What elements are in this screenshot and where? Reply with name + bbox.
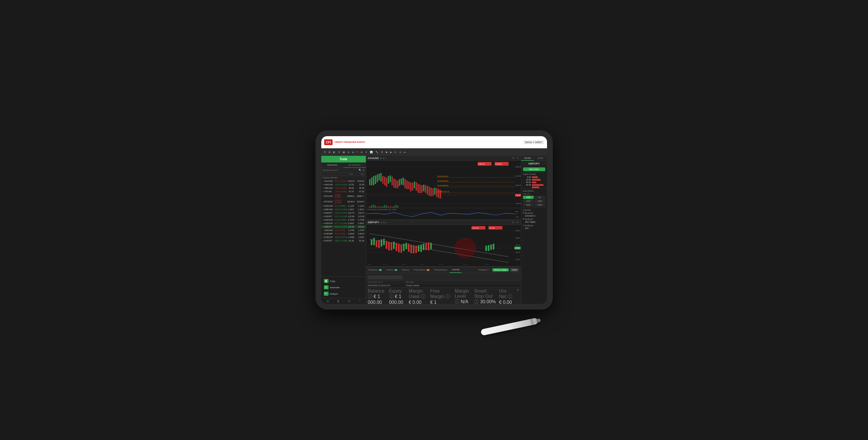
journal-row: 31/01/2022 12:53:19.379 cTrader started — [366, 284, 521, 287]
interval-m15-2[interactable]: m15 — [523, 203, 534, 206]
market-item-eurgbp[interactable]: EURGBP -0.5 (-0.01%) 0.8315 0.8315 — [321, 232, 366, 236]
market-item-eurchf[interactable]: EURCHF +20.1 (+0.27%) 1.0406 1.0407 — [321, 236, 366, 239]
chart-bottom-close-icon[interactable]: ✕ — [516, 221, 519, 224]
orders-badge: 1 — [395, 269, 397, 271]
all-symbols-button[interactable]: All Symbols — [344, 163, 366, 168]
market-item-audusd[interactable]: AUDUSD +5.0 (+0.04%) 0.7049 0.7049 — [321, 218, 366, 222]
market-item-gbpjpy[interactable]: GBPJPY +50.4 (+0.33%) 154.82 154.82 — [321, 225, 366, 229]
symbol-search-input[interactable] — [323, 169, 358, 171]
market-ask-gbpusd: 1.3417 — [354, 208, 364, 210]
market-change-usdcad: -9.0 (-0.07%) — [334, 229, 348, 231]
toolbar-icon-8[interactable]: ⊕ — [360, 150, 364, 154]
svg-rect-132 — [485, 246, 487, 251]
market-bid-xtiusd: 87.47 — [349, 191, 354, 193]
settings-icon-footer[interactable]: ⚙ — [517, 289, 519, 304]
toolbar-icon-4[interactable]: ▦ — [342, 150, 346, 154]
interval-m20[interactable]: m20 — [534, 200, 545, 203]
toolbar-icon-6[interactable]: ◈ — [351, 150, 355, 154]
automate-label: Automate — [330, 286, 340, 289]
interval-m30-2[interactable]: m30 — [534, 203, 545, 206]
svg-rect-119 — [400, 244, 402, 253]
chart-top-controls: ⊡ ✕ — [512, 157, 519, 160]
tab-detail[interactable]: Detail — [534, 156, 547, 161]
toolbar-icon-5[interactable]: ⊗ — [347, 150, 350, 154]
sidebar-settings-icon[interactable]: ⚙ — [348, 300, 350, 303]
panel-search-input[interactable] — [368, 275, 403, 279]
svg-rect-113 — [385, 241, 387, 249]
market-item-eurusd[interactable]: EURUSD -0.7 (+0.89%) 1.1157 1.1157 — [321, 204, 366, 208]
chart-bottom-symbol: GBP/JPY — [368, 221, 379, 224]
market-item-usdjpy[interactable]: USDJPY +15.7 (+0.14%) 115.38 115.39 — [321, 215, 366, 218]
depth-buy-row-2 — [522, 186, 546, 189]
toolbar-icon-more[interactable]: ••• — [403, 150, 407, 154]
sidebar-trash-icon[interactable]: 🗑 — [337, 300, 340, 303]
tab-transactions[interactable]: Transactions — [432, 267, 450, 273]
tab-symbol[interactable]: Symbol — [521, 156, 534, 161]
toolbar-icon-3[interactable]: ⊡ — [337, 150, 341, 154]
automate-action[interactable]: ⚡ Automate — [322, 284, 365, 291]
market-symbol-audusd: AUDUSD — [324, 219, 335, 221]
market-item-xauusd[interactable]: XAUUSD -20.0 (-0.01%) 1790.87 1790.90 — [321, 179, 366, 183]
chart-bottom-maximize-icon[interactable]: ⊡ — [512, 221, 515, 224]
toolbar-icon-1[interactable]: ⊞ — [328, 150, 332, 154]
svg-rect-37 — [403, 177, 404, 185]
copy-action[interactable]: 📋 Copy — [322, 278, 365, 284]
market-item-usdchf[interactable]: USDCHF +17.7 (+0.19%) 0.9327 0.9327 — [321, 222, 366, 225]
tab-history[interactable]: History — [400, 267, 411, 273]
market-item-usdcad[interactable]: USDCAD -9.0 (-0.07%) 1.2754 1.2754 — [321, 229, 366, 232]
menu-icon[interactable]: ☰ — [323, 150, 327, 154]
toolbar-icon-10[interactable]: 📊 — [369, 150, 374, 154]
market-symbol-xtiusd: XTIUSD — [324, 191, 335, 193]
svg-rect-107 — [371, 239, 372, 245]
show-in-folder-button[interactable]: Show in folder — [492, 268, 508, 271]
market-item-gbpusd[interactable]: GBPUSD +25.9 (+0.19%) 1.3417 1.3417 — [321, 208, 366, 211]
sidebar-help-icon[interactable]: ? — [359, 300, 361, 303]
toolbar-icon-12[interactable]: ⚙ — [380, 150, 384, 154]
toolbar-icon-9[interactable]: ✦ — [364, 150, 368, 154]
chart-maximize-icon[interactable]: ⊡ — [512, 157, 515, 160]
market-symbol-usdjpy: USDJPY — [324, 215, 335, 217]
svg-rect-19 — [369, 179, 370, 185]
chart-bottom-dot: ● — [381, 221, 382, 224]
toolbar-icon-7[interactable]: ⌖ — [356, 150, 359, 154]
toolbar-icon-16[interactable]: ⊲ — [398, 150, 402, 154]
sidebar-add-icon[interactable]: ⊞ — [327, 300, 329, 303]
svg-rect-125 — [415, 246, 417, 253]
new-order-button[interactable]: New Order — [523, 167, 545, 171]
market-dot-usdchf — [323, 223, 323, 224]
market-item-btcusd[interactable]: BTCUSD -12238.7 (-3.29%) 36964.0 36987.7 — [321, 193, 366, 199]
interval-m15-1[interactable]: m15 — [523, 200, 534, 203]
market-item-xtiusd[interactable]: XTIUSD -14.0 (-0.16%) 87.47 87.53 — [321, 190, 366, 193]
cal-text-3: Curr... — [525, 227, 530, 229]
toolbar: ☰ ⊞ ◧ ⊡ ▦ ⊗ ◈ ⌖ ⊕ ✦ 📊 🔧 ⚙ ◉ ▶ ⊳ ⊲ ••• — [321, 148, 547, 156]
svg-rect-40 — [408, 181, 409, 189]
toolbar-icon-15[interactable]: ⊳ — [394, 150, 397, 154]
toolbar-icon-2[interactable]: ◧ — [332, 150, 336, 154]
tab-price-alerts[interactable]: Price Alerts 0 — [411, 267, 432, 273]
svg-text:154.82: 154.82 — [515, 247, 519, 249]
toolbar-icon-11[interactable]: 🔧 — [374, 150, 379, 154]
toolbar-icon-14[interactable]: ▶ — [389, 150, 393, 154]
tab-positions[interactable]: Positions 3 — [366, 267, 384, 273]
market-item-xbrusd[interactable]: XBRUSD -10.0 (-0.11%) 89.84 89.90 — [321, 187, 366, 190]
col-symbol-header — [323, 173, 337, 175]
svg-rect-21 — [373, 176, 374, 185]
market-item-audjpy[interactable]: AUDJPY +64.0 (+1.05%) 81.33 81.34 — [321, 239, 366, 242]
interval-h1[interactable]: h1 — [534, 196, 545, 199]
market-item-xagusd[interactable]: XAGUSD +10.0 (+0.45%) 22.53 22.55 — [321, 183, 366, 187]
tab-journal[interactable]: Journal — [450, 267, 462, 273]
toolbar-icon-13[interactable]: ◉ — [385, 150, 389, 154]
market-item-eurjpy[interactable]: EURJPY +20.2 (+0.22%) 120.74 128.74 — [321, 211, 366, 215]
feedback-button[interactable]: Feedback ↗ — [477, 268, 491, 272]
chart-close-icon[interactable]: ✕ — [516, 157, 519, 160]
clear-button[interactable]: Clear — [510, 268, 519, 271]
svg-rect-63 — [378, 206, 379, 208]
analyze-action[interactable]: 🔍 Analyze — [322, 291, 365, 297]
market-item-btceur[interactable]: BTCEUR -11743.2 (-3.42%) 33146.0 33149.3 — [321, 199, 366, 204]
tab-orders[interactable]: Orders 1 — [384, 267, 400, 273]
trade-tab[interactable]: Trade — [321, 156, 366, 163]
watchlists-button[interactable]: Watchlists — [321, 163, 344, 168]
margin-used-value: € 0.00 — [409, 300, 422, 304]
depth-sell-bar-3 — [532, 181, 536, 183]
interval-m30-1[interactable]: m30 — [523, 196, 534, 199]
